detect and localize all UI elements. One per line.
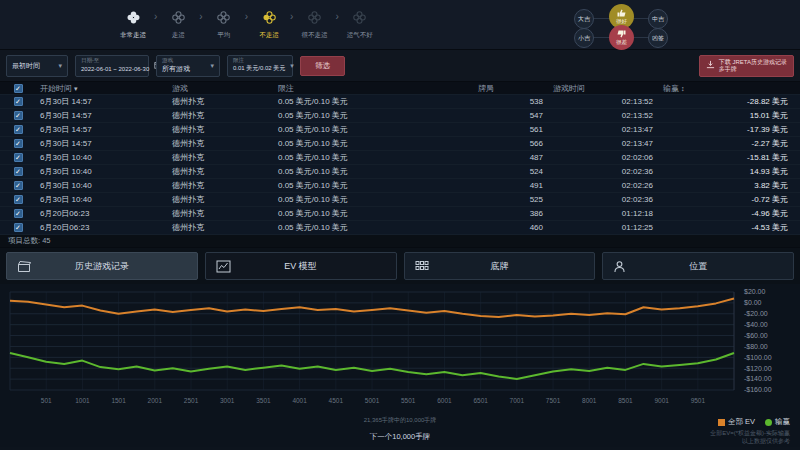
fortune-badge-label: 很好 xyxy=(616,18,627,25)
table-row[interactable]: ✓6月30日 10:40德州扑克0.05 美元/0.10 美元52502:02:… xyxy=(0,193,800,207)
luck-arrow-separator: › xyxy=(335,10,338,23)
submit-filter-button[interactable]: 筛选 xyxy=(300,56,345,76)
row-checkbox[interactable]: ✓ xyxy=(14,195,23,204)
luck-arrow-separator: › xyxy=(245,10,248,23)
cell-stakes: 0.05 美元/0.10 美元 xyxy=(274,110,474,121)
stakes-select-value: 0.01 美元/0.02 美元 xyxy=(233,64,285,73)
cell-winloss: 15.01 美元 xyxy=(659,110,800,121)
person-icon xyxy=(613,260,626,275)
luck-step-5: 很不走运 xyxy=(299,10,329,40)
cell-hands: 524 xyxy=(474,167,549,176)
clover-icon xyxy=(353,10,366,28)
column-header-duration[interactable]: 游戏时间 xyxy=(549,83,659,94)
clover-icon xyxy=(217,10,230,28)
sessions-table: ✓ 开始时间▾ 游戏 限注 牌局 游戏时间 输赢↕ ✓6月30日 14:57德州… xyxy=(0,82,800,235)
sort-select[interactable]: 最初时间 ▾ xyxy=(6,55,68,77)
cell-start-time: 6月30日 10:40 xyxy=(36,180,168,191)
chart-footer: 21,365手牌中的10,000手牌 下一个10,000手牌 全部 EV输赢 全… xyxy=(0,416,800,446)
download-button-label: 下载 JRETA历史游戏记录多手牌 xyxy=(719,59,787,74)
cell-game: 德州扑克 xyxy=(168,152,274,163)
svg-text:-$100.00: -$100.00 xyxy=(744,354,772,361)
thumbs-up-icon xyxy=(617,9,626,18)
clover-icon xyxy=(172,10,185,28)
svg-text:-$140.00: -$140.00 xyxy=(744,375,772,382)
tab-chart[interactable]: EV 模型 xyxy=(205,252,397,280)
tab-clapper[interactable]: 历史游戏记录 xyxy=(6,252,198,280)
legend-item: 全部 EV xyxy=(718,417,755,427)
table-row[interactable]: ✓6月30日 14:57德州扑克0.05 美元/0.10 美元54702:13:… xyxy=(0,109,800,123)
cell-stakes: 0.05 美元/0.10 美元 xyxy=(274,208,474,219)
svg-text:2001: 2001 xyxy=(148,397,163,404)
cell-duration: 02:02:06 xyxy=(549,153,659,162)
ev-chart: 5011001150120012501300135014001450150015… xyxy=(4,286,796,416)
cell-hands: 491 xyxy=(474,181,549,190)
cell-duration: 02:02:26 xyxy=(549,181,659,190)
svg-text:-$20.00: -$20.00 xyxy=(744,310,768,317)
row-checkbox[interactable]: ✓ xyxy=(14,181,23,190)
table-row[interactable]: ✓6月30日 14:57德州扑克0.05 美元/0.10 美元56602:13:… xyxy=(0,137,800,151)
stakes-select[interactable]: 限注 0.01 美元/0.02 美元 ▾ xyxy=(227,55,293,77)
cell-winloss: -17.39 美元 xyxy=(659,124,800,135)
cell-start-time: 6月30日 10:40 xyxy=(36,166,168,177)
luck-meter: 非常走运›走运›平均›不走运›很不走运›运气不好 xyxy=(118,10,375,40)
cell-duration: 02:13:52 xyxy=(549,97,659,106)
row-checkbox[interactable]: ✓ xyxy=(14,139,23,148)
luck-step-label: 走运 xyxy=(172,31,185,40)
column-header-start-time[interactable]: 开始时间▾ xyxy=(36,83,168,94)
cell-stakes: 0.05 美元/0.10 美元 xyxy=(274,124,474,135)
svg-text:7501: 7501 xyxy=(546,397,561,404)
sort-desc-icon: ▾ xyxy=(74,85,78,92)
download-history-button[interactable]: 下载 JRETA历史游戏记录多手牌 xyxy=(699,55,794,77)
svg-text:9001: 9001 xyxy=(654,397,669,404)
game-select[interactable]: 游戏 所有游戏 ▾ xyxy=(156,55,220,77)
table-row[interactable]: ✓6月30日 14:57德州扑克0.05 美元/0.10 美元53802:13:… xyxy=(0,95,800,109)
select-all-checkbox[interactable]: ✓ xyxy=(14,84,23,93)
table-row[interactable]: ✓6月20日06:23德州扑克0.05 美元/0.10 美元46001:12:2… xyxy=(0,221,800,235)
next-hands-link[interactable]: 下一个10,000手牌 xyxy=(370,432,430,442)
table-row[interactable]: ✓6月20日06:23德州扑克0.05 美元/0.10 美元38601:12:1… xyxy=(0,207,800,221)
cell-game: 德州扑克 xyxy=(168,194,274,205)
row-checkbox[interactable]: ✓ xyxy=(14,111,23,120)
tab-person[interactable]: 位置 xyxy=(602,252,794,280)
row-checkbox[interactable]: ✓ xyxy=(14,125,23,134)
tab-label: EV 模型 xyxy=(284,260,317,273)
cell-stakes: 0.05 美元/0.10 美元 xyxy=(274,138,474,149)
footnote-line-1: 全部EV=(*权益金额)-实际输赢 xyxy=(710,429,790,437)
chevron-down-icon: ▾ xyxy=(53,62,62,70)
cell-hands: 561 xyxy=(474,125,549,134)
luck-step-1: 非常走运 xyxy=(118,10,148,40)
table-row[interactable]: ✓6月30日 10:40德州扑克0.05 美元/0.10 美元49102:02:… xyxy=(0,179,800,193)
row-checkbox-cell: ✓ xyxy=(0,111,36,120)
row-checkbox[interactable]: ✓ xyxy=(14,153,23,162)
cell-hands: 386 xyxy=(474,209,549,218)
cell-stakes: 0.05 美元/0.10 美元 xyxy=(274,180,474,191)
table-row[interactable]: ✓6月30日 10:40德州扑克0.05 美元/0.10 美元52402:02:… xyxy=(0,165,800,179)
svg-text:6501: 6501 xyxy=(473,397,488,404)
table-row[interactable]: ✓6月30日 10:40德州扑克0.05 美元/0.10 美元48702:02:… xyxy=(0,151,800,165)
date-range-field[interactable]: 日期-至 2022-06-01 ~ 2022-06-30 xyxy=(75,55,149,77)
row-checkbox[interactable]: ✓ xyxy=(14,209,23,218)
cell-start-time: 6月30日 14:57 xyxy=(36,124,168,135)
row-checkbox[interactable]: ✓ xyxy=(14,167,23,176)
totals-bar: 项目总数: 45 xyxy=(0,235,800,248)
fortune-badge-tl: 大吉 xyxy=(574,9,594,29)
table-row[interactable]: ✓6月30日 14:57德州扑克0.05 美元/0.10 美元56102:13:… xyxy=(0,123,800,137)
tab-grid[interactable]: 底牌 xyxy=(404,252,596,280)
svg-text:4001: 4001 xyxy=(292,397,307,404)
row-checkbox-cell: ✓ xyxy=(0,209,36,218)
column-header-stakes[interactable]: 限注 xyxy=(274,83,474,94)
game-select-label: 游戏 xyxy=(162,57,173,64)
svg-text:-$60.00: -$60.00 xyxy=(744,332,768,339)
download-icon xyxy=(706,60,715,72)
cell-stakes: 0.05 美元/0.10 美元 xyxy=(274,96,474,107)
column-header-winloss[interactable]: 输赢↕ xyxy=(659,83,800,94)
row-checkbox[interactable]: ✓ xyxy=(14,223,23,232)
row-checkbox[interactable]: ✓ xyxy=(14,97,23,106)
column-header-game[interactable]: 游戏 xyxy=(168,83,274,94)
column-header-hands[interactable]: 牌局 xyxy=(474,83,549,94)
cell-stakes: 0.05 美元/0.10 美元 xyxy=(274,194,474,205)
svg-text:-$160.00: -$160.00 xyxy=(744,386,772,393)
row-checkbox-cell: ✓ xyxy=(0,181,36,190)
fortune-badge-bl: 小吉 xyxy=(574,28,594,48)
stakes-select-label: 限注 xyxy=(233,57,244,64)
